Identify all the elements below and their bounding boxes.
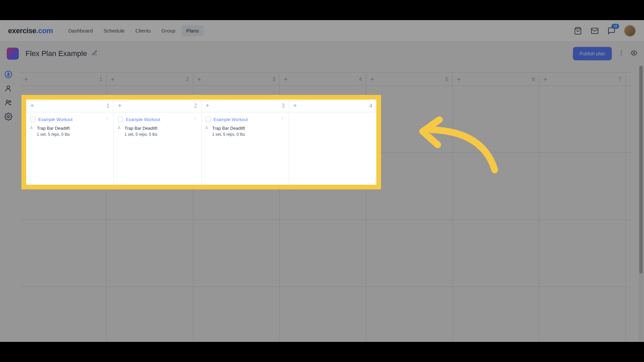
svg-point-11 (107, 117, 107, 118)
day-cell[interactable] (453, 153, 539, 220)
settings-gear-icon[interactable] (4, 113, 12, 121)
day-number: 1 (99, 76, 102, 82)
svg-point-17 (282, 117, 283, 118)
user-avatar[interactable] (624, 25, 636, 37)
workout-more-icon[interactable] (280, 116, 285, 122)
workout-checkbox[interactable] (30, 117, 36, 122)
day-cell[interactable] (20, 287, 107, 342)
plan-color-icon (7, 48, 19, 60)
svg-point-12 (107, 118, 107, 119)
day-cell[interactable] (193, 220, 280, 287)
svg-point-14 (195, 117, 195, 118)
chat-icon[interactable]: 10 (607, 26, 616, 35)
add-day-icon[interactable]: + (111, 76, 115, 83)
day-number: 5 (445, 76, 448, 82)
add-day-icon[interactable]: + (206, 102, 210, 110)
brand-part2: .com (36, 26, 53, 35)
scrollbar-thumb[interactable] (639, 66, 643, 274)
grid-header-row: +1 +2 +3 +4 +5 +6 +7 (20, 72, 631, 86)
day-cell[interactable] (453, 220, 539, 287)
publish-plan-button[interactable]: Publish plan (573, 47, 612, 60)
add-day-icon[interactable]: + (24, 76, 28, 83)
svg-point-13 (107, 120, 107, 120)
top-navigation: exercise.com Dashboard Schedule Clients … (0, 20, 644, 42)
nav-schedule[interactable]: Schedule (99, 25, 129, 36)
day-cell[interactable] (193, 287, 280, 342)
workout-name-link[interactable]: Example Workout (126, 117, 160, 122)
edit-title-icon[interactable] (92, 50, 98, 57)
highlight-annotation-box: + 1 Example Workout A Trap Bar Deadlift … (21, 95, 381, 189)
highlight-day-col: + 3 Example Workout A Trap Bar Deadlift … (202, 100, 289, 185)
svg-point-3 (621, 53, 622, 54)
nav-right: 10 (574, 25, 636, 37)
dollar-icon[interactable] (4, 70, 12, 78)
exercise-detail: 1 set, 5 reps, 0 lbs (124, 132, 197, 137)
mail-icon[interactable] (590, 26, 599, 35)
workout-more-icon[interactable] (105, 116, 109, 122)
day-cell[interactable] (107, 220, 193, 287)
day-cell[interactable] (20, 220, 107, 287)
header-actions: Publish plan (573, 47, 637, 60)
nav-links: Dashboard Schedule Clients Group Plans (63, 25, 203, 36)
nav-group[interactable]: Group (157, 25, 180, 36)
more-options-icon[interactable] (618, 50, 625, 58)
day-number: 4 (359, 76, 362, 82)
add-day-icon[interactable]: + (370, 76, 374, 83)
exercise-name: Trap Bar Deadlift (124, 126, 157, 131)
grid-week-row (20, 287, 631, 342)
exercise-detail: 1 set, 5 reps, 0 lbs (37, 132, 109, 137)
shopping-bag-icon[interactable] (574, 26, 582, 35)
day-cell[interactable] (539, 86, 626, 153)
day-cell[interactable] (453, 287, 539, 342)
workout-more-icon[interactable] (193, 116, 197, 122)
scrollbar-track[interactable] (639, 66, 643, 342)
workout-checkbox[interactable] (118, 117, 123, 122)
day-cell[interactable] (280, 220, 366, 287)
add-day-icon[interactable]: + (30, 102, 34, 110)
workout-name-link[interactable]: Example Workout (38, 117, 72, 122)
svg-point-5 (633, 52, 635, 54)
add-day-icon[interactable]: + (118, 102, 122, 110)
add-day-icon[interactable]: + (293, 102, 297, 110)
svg-point-16 (195, 120, 195, 120)
person-icon[interactable] (4, 84, 12, 93)
exercise-name: Trap Bar Deadlift (37, 126, 70, 131)
day-number: 3 (272, 76, 275, 82)
day-cell[interactable] (366, 220, 453, 287)
nav-dashboard[interactable]: Dashboard (63, 25, 97, 36)
group-icon[interactable] (4, 99, 12, 107)
grid-week-row (20, 220, 631, 287)
plan-title: Flex Plan Example (25, 49, 87, 58)
brand-part1: exercise (8, 26, 36, 35)
svg-point-4 (621, 55, 622, 56)
left-sidebar (0, 66, 17, 121)
nav-plans[interactable]: Plans (181, 25, 204, 36)
brand-logo: exercise.com (8, 26, 53, 35)
workout-checkbox[interactable] (206, 117, 211, 122)
day-cell[interactable] (539, 153, 626, 220)
exercise-detail: 1 set, 5 reps, 0 lbs (212, 132, 285, 137)
exercise-letter: A (206, 126, 210, 130)
day-cell[interactable] (280, 287, 366, 342)
highlight-day-col: + 4 (289, 100, 376, 185)
day-cell[interactable] (453, 86, 539, 153)
day-cell[interactable] (366, 287, 453, 342)
day-number: 4 (369, 103, 372, 109)
exercise-letter: A (30, 126, 34, 130)
exercise-letter: A (118, 126, 122, 130)
day-cell[interactable] (107, 287, 193, 342)
nav-clients[interactable]: Clients (130, 25, 155, 36)
svg-point-2 (621, 51, 622, 52)
add-day-icon[interactable]: + (284, 76, 288, 83)
day-cell[interactable] (539, 220, 626, 287)
svg-point-10 (7, 116, 9, 118)
day-number: 1 (106, 103, 109, 109)
day-cell[interactable] (539, 287, 626, 342)
preview-eye-icon[interactable] (631, 50, 637, 58)
add-day-icon[interactable]: + (543, 76, 547, 83)
add-day-icon[interactable]: + (197, 76, 201, 83)
svg-point-7 (7, 86, 10, 88)
workout-name-link[interactable]: Example Workout (214, 117, 248, 122)
svg-point-8 (6, 100, 8, 102)
add-day-icon[interactable]: + (457, 76, 461, 83)
